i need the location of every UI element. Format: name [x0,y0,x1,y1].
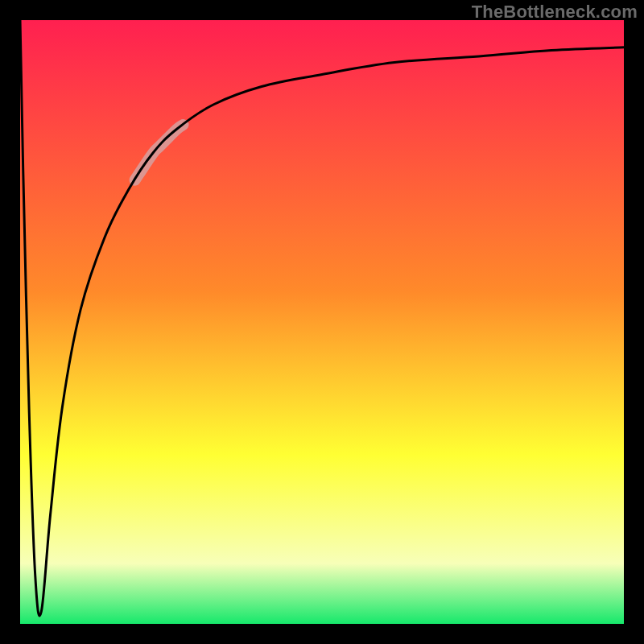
plot-svg [20,20,624,624]
plot-area [20,20,624,624]
chart-frame: TheBottleneck.com [0,0,644,644]
gradient-background [20,20,624,624]
watermark-text: TheBottleneck.com [472,2,638,23]
